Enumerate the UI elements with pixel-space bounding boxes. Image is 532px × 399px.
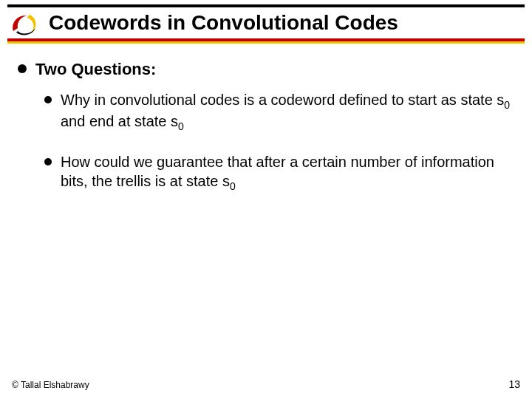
item-text: Why in convolutional codes is a codeword… xyxy=(61,90,514,133)
title-underline-yellow xyxy=(7,41,525,44)
item-text: How could we guarantee that after a cert… xyxy=(61,152,514,193)
logo-icon xyxy=(7,9,41,37)
list-item: Why in convolutional codes is a codeword… xyxy=(44,90,514,133)
bullet-dot-icon xyxy=(44,96,52,103)
bullet-dot-icon xyxy=(18,64,27,73)
slide-title: Codewords in Convolutional Codes xyxy=(49,11,398,35)
heading-text: Two Questions: xyxy=(35,59,156,80)
list-item: How could we guarantee that after a cert… xyxy=(44,152,514,193)
content-area: Two Questions: Why in convolutional code… xyxy=(18,59,514,212)
header: Codewords in Convolutional Codes xyxy=(7,7,525,38)
bullet-heading: Two Questions: xyxy=(18,59,514,80)
copyright-text: © Tallal Elshabrawy xyxy=(12,380,89,390)
footer: © Tallal Elshabrawy 13 xyxy=(12,378,520,390)
bullet-dot-icon xyxy=(44,158,52,166)
page-number: 13 xyxy=(508,378,520,390)
